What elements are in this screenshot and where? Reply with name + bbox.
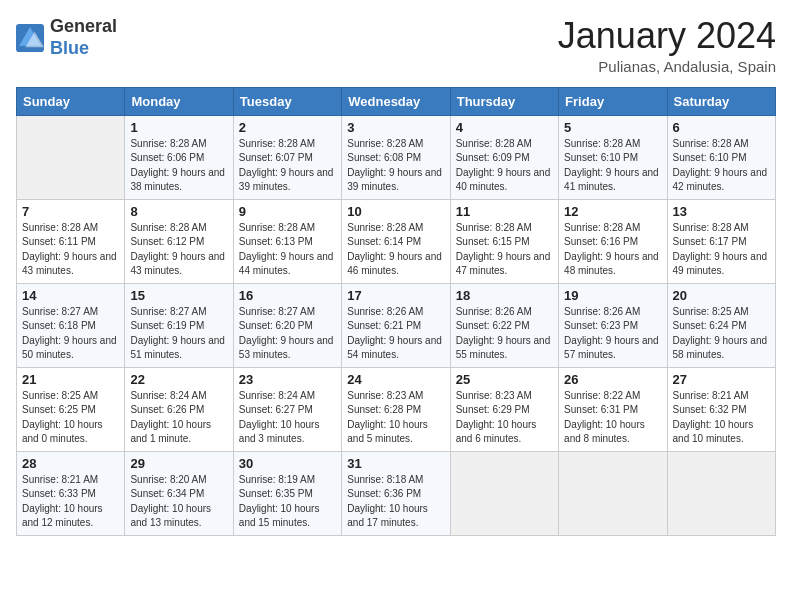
- day-info: Sunrise: 8:23 AM Sunset: 6:28 PM Dayligh…: [347, 389, 444, 447]
- table-row: 16Sunrise: 8:27 AM Sunset: 6:20 PM Dayli…: [233, 283, 341, 367]
- day-info: Sunrise: 8:22 AM Sunset: 6:31 PM Dayligh…: [564, 389, 661, 447]
- day-number: 8: [130, 204, 227, 219]
- day-number: 12: [564, 204, 661, 219]
- day-info: Sunrise: 8:21 AM Sunset: 6:32 PM Dayligh…: [673, 389, 770, 447]
- day-number: 7: [22, 204, 119, 219]
- col-friday: Friday: [559, 87, 667, 115]
- table-row: [450, 451, 558, 535]
- day-number: 21: [22, 372, 119, 387]
- table-row: 14Sunrise: 8:27 AM Sunset: 6:18 PM Dayli…: [17, 283, 125, 367]
- table-row: 8Sunrise: 8:28 AM Sunset: 6:12 PM Daylig…: [125, 199, 233, 283]
- table-row: 26Sunrise: 8:22 AM Sunset: 6:31 PM Dayli…: [559, 367, 667, 451]
- day-info: Sunrise: 8:18 AM Sunset: 6:36 PM Dayligh…: [347, 473, 444, 531]
- day-number: 1: [130, 120, 227, 135]
- location-subtitle: Pulianas, Andalusia, Spain: [558, 58, 776, 75]
- title-block: January 2024 Pulianas, Andalusia, Spain: [558, 16, 776, 75]
- table-row: 30Sunrise: 8:19 AM Sunset: 6:35 PM Dayli…: [233, 451, 341, 535]
- day-number: 9: [239, 204, 336, 219]
- table-row: 29Sunrise: 8:20 AM Sunset: 6:34 PM Dayli…: [125, 451, 233, 535]
- day-number: 15: [130, 288, 227, 303]
- table-row: 6Sunrise: 8:28 AM Sunset: 6:10 PM Daylig…: [667, 115, 775, 199]
- day-info: Sunrise: 8:28 AM Sunset: 6:12 PM Dayligh…: [130, 221, 227, 279]
- table-row: 20Sunrise: 8:25 AM Sunset: 6:24 PM Dayli…: [667, 283, 775, 367]
- day-info: Sunrise: 8:28 AM Sunset: 6:06 PM Dayligh…: [130, 137, 227, 195]
- table-row: 10Sunrise: 8:28 AM Sunset: 6:14 PM Dayli…: [342, 199, 450, 283]
- month-title: January 2024: [558, 16, 776, 56]
- day-info: Sunrise: 8:28 AM Sunset: 6:17 PM Dayligh…: [673, 221, 770, 279]
- day-info: Sunrise: 8:28 AM Sunset: 6:14 PM Dayligh…: [347, 221, 444, 279]
- table-row: [559, 451, 667, 535]
- day-info: Sunrise: 8:28 AM Sunset: 6:09 PM Dayligh…: [456, 137, 553, 195]
- table-row: 23Sunrise: 8:24 AM Sunset: 6:27 PM Dayli…: [233, 367, 341, 451]
- day-info: Sunrise: 8:19 AM Sunset: 6:35 PM Dayligh…: [239, 473, 336, 531]
- table-row: 7Sunrise: 8:28 AM Sunset: 6:11 PM Daylig…: [17, 199, 125, 283]
- day-info: Sunrise: 8:25 AM Sunset: 6:25 PM Dayligh…: [22, 389, 119, 447]
- day-info: Sunrise: 8:28 AM Sunset: 6:08 PM Dayligh…: [347, 137, 444, 195]
- day-info: Sunrise: 8:28 AM Sunset: 6:07 PM Dayligh…: [239, 137, 336, 195]
- table-row: 24Sunrise: 8:23 AM Sunset: 6:28 PM Dayli…: [342, 367, 450, 451]
- day-number: 22: [130, 372, 227, 387]
- table-row: 31Sunrise: 8:18 AM Sunset: 6:36 PM Dayli…: [342, 451, 450, 535]
- logo-line1: General: [50, 16, 117, 38]
- day-number: 5: [564, 120, 661, 135]
- day-number: 18: [456, 288, 553, 303]
- calendar-week-row: 1Sunrise: 8:28 AM Sunset: 6:06 PM Daylig…: [17, 115, 776, 199]
- table-row: 2Sunrise: 8:28 AM Sunset: 6:07 PM Daylig…: [233, 115, 341, 199]
- day-number: 30: [239, 456, 336, 471]
- day-info: Sunrise: 8:26 AM Sunset: 6:22 PM Dayligh…: [456, 305, 553, 363]
- day-info: Sunrise: 8:20 AM Sunset: 6:34 PM Dayligh…: [130, 473, 227, 531]
- day-number: 23: [239, 372, 336, 387]
- page-header: General Blue January 2024 Pulianas, Anda…: [16, 16, 776, 75]
- day-info: Sunrise: 8:28 AM Sunset: 6:11 PM Dayligh…: [22, 221, 119, 279]
- col-sunday: Sunday: [17, 87, 125, 115]
- calendar-header-row: Sunday Monday Tuesday Wednesday Thursday…: [17, 87, 776, 115]
- table-row: 1Sunrise: 8:28 AM Sunset: 6:06 PM Daylig…: [125, 115, 233, 199]
- day-info: Sunrise: 8:27 AM Sunset: 6:20 PM Dayligh…: [239, 305, 336, 363]
- col-wednesday: Wednesday: [342, 87, 450, 115]
- day-info: Sunrise: 8:28 AM Sunset: 6:10 PM Dayligh…: [564, 137, 661, 195]
- table-row: 5Sunrise: 8:28 AM Sunset: 6:10 PM Daylig…: [559, 115, 667, 199]
- day-number: 10: [347, 204, 444, 219]
- day-number: 26: [564, 372, 661, 387]
- day-info: Sunrise: 8:21 AM Sunset: 6:33 PM Dayligh…: [22, 473, 119, 531]
- day-info: Sunrise: 8:28 AM Sunset: 6:15 PM Dayligh…: [456, 221, 553, 279]
- day-info: Sunrise: 8:27 AM Sunset: 6:18 PM Dayligh…: [22, 305, 119, 363]
- col-monday: Monday: [125, 87, 233, 115]
- day-info: Sunrise: 8:27 AM Sunset: 6:19 PM Dayligh…: [130, 305, 227, 363]
- table-row: 15Sunrise: 8:27 AM Sunset: 6:19 PM Dayli…: [125, 283, 233, 367]
- day-number: 20: [673, 288, 770, 303]
- table-row: 17Sunrise: 8:26 AM Sunset: 6:21 PM Dayli…: [342, 283, 450, 367]
- day-number: 2: [239, 120, 336, 135]
- calendar-week-row: 21Sunrise: 8:25 AM Sunset: 6:25 PM Dayli…: [17, 367, 776, 451]
- day-number: 17: [347, 288, 444, 303]
- table-row: 4Sunrise: 8:28 AM Sunset: 6:09 PM Daylig…: [450, 115, 558, 199]
- table-row: 12Sunrise: 8:28 AM Sunset: 6:16 PM Dayli…: [559, 199, 667, 283]
- day-number: 24: [347, 372, 444, 387]
- calendar-table: Sunday Monday Tuesday Wednesday Thursday…: [16, 87, 776, 536]
- day-info: Sunrise: 8:24 AM Sunset: 6:26 PM Dayligh…: [130, 389, 227, 447]
- table-row: [17, 115, 125, 199]
- day-number: 25: [456, 372, 553, 387]
- logo: General Blue: [16, 16, 117, 59]
- table-row: 28Sunrise: 8:21 AM Sunset: 6:33 PM Dayli…: [17, 451, 125, 535]
- day-number: 28: [22, 456, 119, 471]
- day-number: 13: [673, 204, 770, 219]
- logo-icon: [16, 24, 44, 52]
- day-number: 11: [456, 204, 553, 219]
- day-info: Sunrise: 8:28 AM Sunset: 6:10 PM Dayligh…: [673, 137, 770, 195]
- day-number: 19: [564, 288, 661, 303]
- table-row: 9Sunrise: 8:28 AM Sunset: 6:13 PM Daylig…: [233, 199, 341, 283]
- day-info: Sunrise: 8:28 AM Sunset: 6:16 PM Dayligh…: [564, 221, 661, 279]
- col-tuesday: Tuesday: [233, 87, 341, 115]
- day-number: 14: [22, 288, 119, 303]
- day-number: 3: [347, 120, 444, 135]
- table-row: 13Sunrise: 8:28 AM Sunset: 6:17 PM Dayli…: [667, 199, 775, 283]
- calendar-week-row: 14Sunrise: 8:27 AM Sunset: 6:18 PM Dayli…: [17, 283, 776, 367]
- calendar-week-row: 7Sunrise: 8:28 AM Sunset: 6:11 PM Daylig…: [17, 199, 776, 283]
- day-number: 6: [673, 120, 770, 135]
- table-row: 27Sunrise: 8:21 AM Sunset: 6:32 PM Dayli…: [667, 367, 775, 451]
- day-number: 31: [347, 456, 444, 471]
- calendar-week-row: 28Sunrise: 8:21 AM Sunset: 6:33 PM Dayli…: [17, 451, 776, 535]
- day-info: Sunrise: 8:24 AM Sunset: 6:27 PM Dayligh…: [239, 389, 336, 447]
- day-info: Sunrise: 8:26 AM Sunset: 6:21 PM Dayligh…: [347, 305, 444, 363]
